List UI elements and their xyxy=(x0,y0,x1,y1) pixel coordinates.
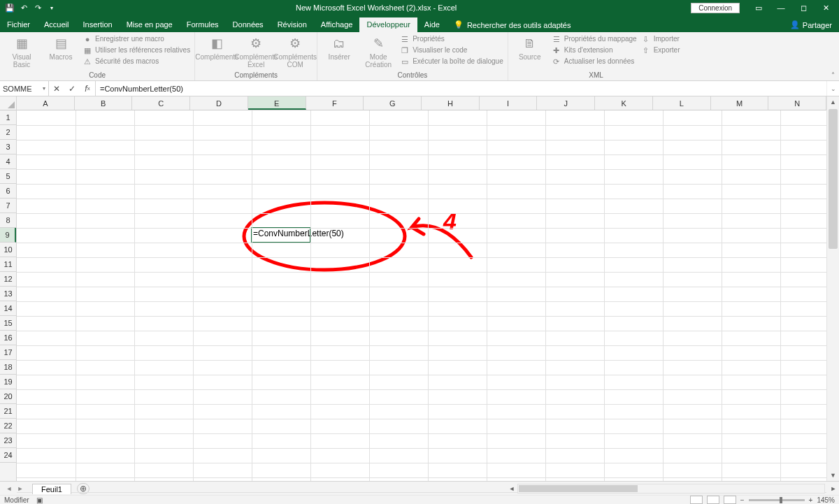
column-header[interactable]: C xyxy=(132,96,190,110)
tab-aide[interactable]: Aide xyxy=(417,17,447,32)
zoom-slider[interactable] xyxy=(749,499,805,501)
column-header[interactable]: K xyxy=(595,96,653,110)
vscroll-thumb[interactable] xyxy=(829,109,838,249)
zoom-out-icon[interactable]: − xyxy=(740,496,745,504)
formula-input[interactable]: =ConvNumberLetter(50) xyxy=(96,81,826,96)
row-header[interactable]: 8 xyxy=(0,213,16,228)
export-button[interactable]: ⇧Exporter xyxy=(641,45,680,56)
view-code-button[interactable]: ❐Visualiser le code xyxy=(400,45,503,56)
tab-insertion[interactable]: Insertion xyxy=(76,17,119,32)
share-button[interactable]: 👤 Partager xyxy=(783,17,839,32)
row-header[interactable]: 2 xyxy=(0,125,16,140)
name-box[interactable]: SOMME ▾ xyxy=(0,81,49,96)
redo-icon[interactable]: ↷ xyxy=(32,2,43,13)
hscroll-left-icon[interactable]: ◄ xyxy=(506,485,517,492)
row-header[interactable]: 24 xyxy=(0,448,16,463)
row-header[interactable]: 3 xyxy=(0,140,16,154)
tab-revision[interactable]: Révision xyxy=(271,17,314,32)
macro-record-status-icon[interactable]: ▣ xyxy=(36,496,43,504)
column-header[interactable]: B xyxy=(75,96,133,110)
maximize-icon[interactable]: ◻ xyxy=(793,1,814,15)
scroll-up-icon[interactable]: ▲ xyxy=(827,96,839,108)
expansion-kits-button[interactable]: ✚Kits d'extension xyxy=(552,45,637,56)
column-header[interactable]: F xyxy=(306,96,364,110)
column-header[interactable]: G xyxy=(364,96,422,110)
row-header[interactable]: 16 xyxy=(0,331,16,345)
insert-function-icon[interactable]: fx xyxy=(80,84,95,94)
column-header[interactable]: L xyxy=(653,96,711,110)
normal-view-icon[interactable] xyxy=(690,496,703,504)
record-macro-button[interactable]: ●Enregistrer une macro xyxy=(83,34,190,45)
macro-security-button[interactable]: ⚠Sécurité des macros xyxy=(83,56,190,67)
column-header[interactable]: D xyxy=(190,96,248,110)
column-header[interactable]: A xyxy=(17,96,75,110)
row-header[interactable]: 6 xyxy=(0,184,16,199)
row-header[interactable]: 4 xyxy=(0,154,16,169)
row-header[interactable]: 21 xyxy=(0,404,16,419)
row-header[interactable]: 5 xyxy=(0,169,16,184)
sheet-nav-prev-icon[interactable]: ◄ xyxy=(4,485,14,492)
run-dialog-button[interactable]: ▭Exécuter la boîte de dialogue xyxy=(400,56,503,67)
cancel-formula-icon[interactable]: ✕ xyxy=(49,84,64,94)
insert-control-button[interactable]: 🗂Insérer xyxy=(322,34,357,61)
row-header[interactable]: 14 xyxy=(0,301,16,316)
hscroll-thumb[interactable] xyxy=(519,485,638,492)
row-header[interactable]: 17 xyxy=(0,345,16,360)
tell-me-search[interactable]: 💡 Rechercher des outils adaptés xyxy=(447,17,578,32)
minimize-icon[interactable]: — xyxy=(770,1,791,15)
column-header[interactable]: H xyxy=(422,96,480,110)
xml-source-button[interactable]: 🗎Source xyxy=(512,34,547,61)
addins-button[interactable]: ◧Compléments xyxy=(199,34,234,61)
row-header[interactable]: 9 xyxy=(0,228,16,243)
column-header[interactable]: E xyxy=(248,96,306,110)
save-icon[interactable]: 💾 xyxy=(4,2,15,13)
refresh-data-button[interactable]: ⟳Actualiser les données xyxy=(552,56,637,67)
vertical-scrollbar[interactable]: ▲ ▼ xyxy=(826,96,839,481)
row-header[interactable]: 11 xyxy=(0,257,16,272)
row-header[interactable]: 1 xyxy=(0,110,16,125)
map-properties-button[interactable]: ☰Propriétés du mappage xyxy=(552,34,637,45)
ribbon-display-options-icon[interactable]: ▭ xyxy=(748,1,769,15)
collapse-ribbon-icon[interactable]: ˄ xyxy=(831,71,835,79)
qat-dropdown-icon[interactable]: ▾ xyxy=(46,2,57,13)
tab-developpeur[interactable]: Développeur xyxy=(359,17,417,32)
column-header[interactable]: N xyxy=(768,96,826,110)
sheet-tab-feuil1[interactable]: Feuil1 xyxy=(32,484,71,494)
page-layout-view-icon[interactable] xyxy=(707,496,719,504)
sign-in-button[interactable]: Connexion xyxy=(691,3,740,13)
close-icon[interactable]: ✕ xyxy=(815,1,836,15)
tab-fichier[interactable]: Fichier xyxy=(0,17,37,32)
com-addins-button[interactable]: ⚙Compléments COM xyxy=(278,34,313,69)
row-header[interactable]: 7 xyxy=(0,199,16,213)
row-header[interactable]: 19 xyxy=(0,375,16,389)
row-header[interactable]: 20 xyxy=(0,389,16,404)
tab-affichage[interactable]: Affichage xyxy=(314,17,360,32)
row-header[interactable]: 23 xyxy=(0,433,16,448)
visual-basic-button[interactable]: ▦ Visual Basic xyxy=(4,34,39,69)
row-header[interactable]: 18 xyxy=(0,360,16,375)
tab-accueil[interactable]: Accueil xyxy=(37,17,76,32)
row-header[interactable]: 13 xyxy=(0,287,16,301)
undo-icon[interactable]: ↶ xyxy=(18,2,29,13)
row-header[interactable]: 22 xyxy=(0,419,16,433)
horizontal-scrollbar[interactable]: ◄ ► xyxy=(506,484,839,494)
column-header[interactable]: J xyxy=(537,96,595,110)
page-break-view-icon[interactable] xyxy=(724,496,736,504)
row-header[interactable]: 12 xyxy=(0,272,16,287)
row-header[interactable]: 10 xyxy=(0,243,16,257)
enter-formula-icon[interactable]: ✓ xyxy=(64,84,80,94)
expand-formula-bar-icon[interactable]: ⌄ xyxy=(826,81,839,96)
excel-addins-button[interactable]: ⚙Compléments Excel xyxy=(238,34,273,69)
cells-area[interactable]: =ConvNumberLetter(50) 4 xyxy=(17,110,826,481)
import-button[interactable]: ⇩Importer xyxy=(641,34,680,45)
tab-formules[interactable]: Formules xyxy=(180,17,226,32)
zoom-level[interactable]: 145% xyxy=(817,496,835,504)
active-cell[interactable]: =ConvNumberLetter(50) xyxy=(251,227,310,243)
hscroll-right-icon[interactable]: ► xyxy=(828,485,839,492)
sheet-nav-next-icon[interactable]: ► xyxy=(15,485,25,492)
scroll-down-icon[interactable]: ▼ xyxy=(827,470,839,481)
properties-button[interactable]: ☰Propriétés xyxy=(400,34,503,45)
hscroll-track[interactable] xyxy=(517,484,825,494)
tab-donnees[interactable]: Données xyxy=(226,17,271,32)
design-mode-button[interactable]: ✎Mode Création xyxy=(361,34,396,69)
